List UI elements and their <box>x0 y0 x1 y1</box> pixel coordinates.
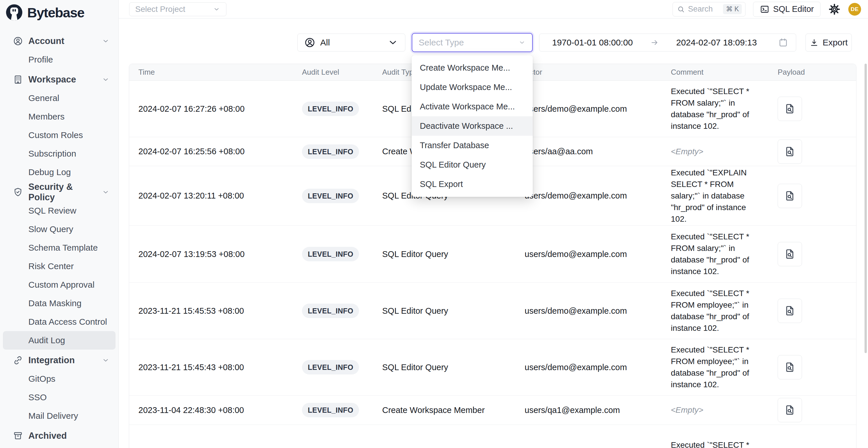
date-to-value[interactable]: 2024-02-07 18:09:13 <box>676 38 757 47</box>
audit-level-badge: LEVEL_INFO <box>302 247 359 261</box>
sidebar-item-audit-log[interactable]: Audit Log <box>3 331 116 350</box>
audit-level-badge: LEVEL_INFO <box>302 303 359 318</box>
sidebar-item-sql-review[interactable]: SQL Review <box>0 201 118 220</box>
table-row: 2023-11-21 15:45:43 +08:00 LEVEL_INFO SQ… <box>129 339 856 395</box>
sidebar-item-gitops[interactable]: GitOps <box>0 370 118 388</box>
type-filter-menu: Create Workspace Me...Update Workspace M… <box>412 55 533 197</box>
filter-row: All Select Type 1970-01-01 08:00:00 2024… <box>119 19 868 52</box>
sidebar: Bytebase Account Profile Wo <box>0 0 119 448</box>
bytebase-logo[interactable]: Bytebase <box>0 0 118 22</box>
topbar: Select Project ⌘ K SQL Editor <box>119 0 868 19</box>
payload-view-button[interactable] <box>778 97 802 121</box>
payload-view-button[interactable] <box>778 184 802 208</box>
row-comment: Executed `"SELECT * FROM employee;"` in … <box>661 344 768 390</box>
sidebar-item-integration[interactable]: Integration <box>0 351 118 370</box>
sidebar-item-custom-roles[interactable]: Custom Roles <box>0 126 118 145</box>
sidebar-item-account[interactable]: Account <box>0 32 118 50</box>
actor-filter-value: All <box>320 38 330 47</box>
column-header-comment: Comment <box>661 68 768 77</box>
type-option-update-workspace-me[interactable]: Update Workspace Me... <box>412 77 533 97</box>
type-option-create-workspace-me[interactable]: Create Workspace Me... <box>412 58 533 77</box>
payload-view-button[interactable] <box>778 299 802 323</box>
sidebar-item-workspace[interactable]: Workspace <box>0 70 118 89</box>
row-time: 2024-02-07 13:20:11 +08:00 <box>129 191 293 200</box>
audit-level-badge: LEVEL_INFO <box>302 145 359 159</box>
avatar[interactable]: DE <box>848 3 861 15</box>
sidebar-item-archived[interactable]: Archived <box>0 426 118 445</box>
project-select-placeholder: Select Project <box>135 5 185 14</box>
sql-editor-button[interactable]: SQL Editor <box>753 2 820 17</box>
row-comment: Executed `"SELECT * FROM salary;"` in da… <box>661 231 768 277</box>
file-search-icon <box>784 146 796 158</box>
payload-view-button[interactable] <box>778 355 802 379</box>
chevron-down-icon <box>102 356 110 364</box>
project-select[interactable]: Select Project <box>129 2 226 16</box>
row-actor: users/demo@example.com <box>515 363 661 372</box>
file-search-icon <box>784 404 796 416</box>
sidebar-item-security-policy[interactable]: Security & Policy <box>0 183 118 201</box>
download-icon <box>809 38 819 47</box>
row-comment: Executed `"SELECT * FROM employee;"` in … <box>661 288 768 334</box>
type-filter-select[interactable]: Select Type <box>412 33 533 52</box>
sidebar-item-custom-approval[interactable]: Custom Approval <box>0 276 118 294</box>
row-actor: users/aa@aa.com <box>515 147 661 156</box>
chevron-down-icon <box>102 75 110 84</box>
row-time: 2024-02-07 16:25:56 +08:00 <box>129 147 293 156</box>
sidebar-item-data-masking[interactable]: Data Masking <box>0 294 118 313</box>
sidebar-item-risk-center[interactable]: Risk Center <box>0 257 118 276</box>
row-time: 2024-02-07 16:27:26 +08:00 <box>129 104 293 114</box>
terminal-icon <box>760 4 770 14</box>
chevron-down-icon <box>387 37 399 48</box>
type-option-activate-workspace-me[interactable]: Activate Workspace Me... <box>412 97 533 116</box>
row-actor: users/demo@example.com <box>515 250 661 259</box>
type-option-sql-export[interactable]: SQL Export <box>412 174 533 194</box>
payload-view-button[interactable] <box>778 139 802 164</box>
sidebar-item-slow-query[interactable]: Slow Query <box>0 220 118 238</box>
audit-level-badge: LEVEL_INFO <box>302 403 359 417</box>
sidebar-item-members[interactable]: Members <box>0 107 118 126</box>
column-header-audit-level: Audit Level <box>293 68 373 77</box>
date-range-picker[interactable]: 1970-01-01 08:00:00 2024-02-07 18:09:13 <box>539 34 796 52</box>
sidebar-item-general[interactable]: General <box>0 89 118 107</box>
chevron-down-icon <box>102 188 110 196</box>
row-actor: users/demo@example.com <box>515 306 661 316</box>
search-input[interactable] <box>688 5 717 13</box>
export-button[interactable]: Export <box>805 34 852 52</box>
file-search-icon <box>784 305 796 317</box>
type-option-deactivate-workspace[interactable]: Deactivate Workspace ... <box>412 116 533 136</box>
sidebar-item-sso[interactable]: SSO <box>0 388 118 407</box>
payload-view-button[interactable] <box>778 398 802 422</box>
row-audit-type: SQL Editor Query <box>373 363 515 372</box>
sidebar-item-debug-log[interactable]: Debug Log <box>0 163 118 182</box>
type-option-sql-editor-query[interactable]: SQL Editor Query <box>412 155 533 174</box>
actor-filter-select[interactable]: All <box>297 34 405 52</box>
search-box[interactable]: ⌘ K <box>673 2 746 17</box>
row-comment: Executed `"SELECT * FROM department;"` i… <box>661 439 768 448</box>
row-comment: Executed `"EXPLAIN SELECT * FROM salary;… <box>661 167 768 225</box>
column-header-time: Time <box>129 68 293 77</box>
sidebar-item-subscription[interactable]: Subscription <box>0 145 118 163</box>
date-from-value[interactable]: 1970-01-01 08:00:00 <box>552 38 633 47</box>
row-audit-type: SQL Editor Query <box>373 250 515 259</box>
row-comment: Executed `"SELECT * FROM salary;"` in da… <box>661 86 768 132</box>
row-time: 2023-11-04 22:48:30 +08:00 <box>129 406 293 415</box>
arrow-right-icon <box>650 38 659 47</box>
row-actor: users/demo@example.com <box>515 191 661 200</box>
sidebar-item-mail-delivery[interactable]: Mail Delivery <box>0 407 118 425</box>
sidebar-item-profile[interactable]: Profile <box>0 50 118 69</box>
chevron-down-icon <box>102 37 110 45</box>
type-filter-placeholder: Select Type <box>418 38 464 47</box>
table-row: 2023-11-21 15:45:53 +08:00 LEVEL_INFO SQ… <box>129 283 856 339</box>
row-comment: <Empty> <box>661 404 768 416</box>
sidebar-item-data-access-control[interactable]: Data Access Control <box>0 313 118 331</box>
scrollbar-thumb[interactable] <box>865 64 867 353</box>
archive-icon <box>13 430 23 441</box>
table-row: 2023-11-04 22:48:30 +08:00 LEVEL_INFO Cr… <box>129 395 856 425</box>
payload-view-button[interactable] <box>778 242 802 266</box>
audit-level-badge: LEVEL_INFO <box>302 189 359 203</box>
shield-check-icon <box>13 187 23 197</box>
type-option-transfer-database[interactable]: Transfer Database <box>412 136 533 155</box>
bytebase-logo-icon <box>6 4 23 21</box>
sidebar-item-schema-template[interactable]: Schema Template <box>0 238 118 257</box>
settings-button[interactable] <box>828 3 841 15</box>
